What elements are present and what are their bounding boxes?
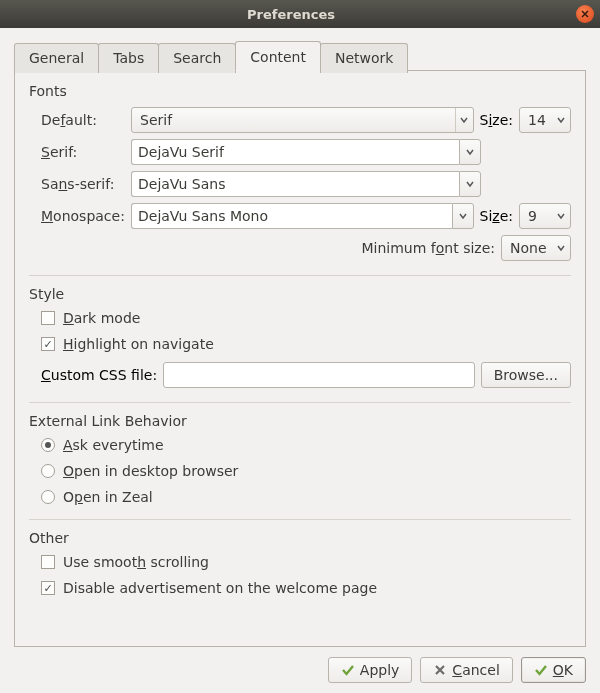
chevron-down-icon[interactable]: [452, 203, 474, 229]
external-zeal-radio[interactable]: Open in Zeal: [41, 489, 571, 505]
fonts-heading: Fonts: [29, 83, 571, 99]
disable-ads-label: Disable advertisement on the welcome pag…: [63, 580, 377, 596]
chevron-down-icon[interactable]: [459, 139, 481, 165]
checkbox-icon: [41, 311, 55, 325]
serif-label: Serif:: [41, 144, 125, 160]
default-size-combo[interactable]: 14: [519, 107, 571, 133]
highlight-label: Highlight on navigate: [63, 336, 214, 352]
apply-button[interactable]: Apply: [328, 657, 413, 683]
separator: [29, 275, 571, 276]
mono-size-label: Size:: [480, 208, 513, 224]
serif-font-input[interactable]: [131, 139, 459, 165]
separator: [29, 519, 571, 520]
sans-font-input[interactable]: [131, 171, 459, 197]
default-font-combo[interactable]: Serif: [131, 107, 474, 133]
close-icon[interactable]: [576, 5, 594, 23]
external-desktop-label: Open in desktop browser: [63, 463, 238, 479]
radio-icon: [41, 464, 55, 478]
external-ask-label: Ask everytime: [63, 437, 164, 453]
disable-ads-checkbox[interactable]: Disable advertisement on the welcome pag…: [41, 580, 571, 596]
chevron-down-icon: [455, 108, 473, 132]
tab-tabs[interactable]: Tabs: [98, 43, 159, 73]
radio-icon: [41, 438, 55, 452]
cancel-icon: [433, 663, 447, 677]
radio-icon: [41, 490, 55, 504]
window-title: Preferences: [6, 7, 576, 22]
tab-bar: General Tabs Search Content Network: [14, 41, 586, 71]
tab-panel: Fonts Default: Serif Size: 14 Serif:: [14, 70, 586, 647]
custom-css-label: Custom CSS file:: [41, 367, 157, 383]
mono-label: Monospace:: [41, 208, 125, 224]
checkbox-icon: [41, 555, 55, 569]
serif-font-combo[interactable]: [131, 139, 481, 165]
mono-font-combo[interactable]: [131, 203, 474, 229]
browse-button[interactable]: Browse...: [481, 362, 571, 388]
default-font-label: Default:: [41, 112, 125, 128]
dialog-body: General Tabs Search Content Network Font…: [0, 28, 600, 693]
dark-mode-checkbox[interactable]: Dark mode: [41, 310, 571, 326]
checkbox-icon: [41, 337, 55, 351]
other-heading: Other: [29, 530, 571, 546]
smooth-scroll-label: Use smooth scrolling: [63, 554, 209, 570]
style-heading: Style: [29, 286, 571, 302]
min-font-size-label: Minimum font size:: [361, 240, 495, 256]
external-ask-radio[interactable]: Ask everytime: [41, 437, 571, 453]
tab-general[interactable]: General: [14, 43, 99, 73]
ok-button[interactable]: OK: [521, 657, 586, 683]
mono-size-combo[interactable]: 9: [519, 203, 571, 229]
tab-network[interactable]: Network: [320, 43, 408, 73]
dialog-button-bar: Apply Cancel OK: [14, 647, 586, 683]
check-icon: [341, 663, 355, 677]
smooth-scroll-checkbox[interactable]: Use smooth scrolling: [41, 554, 571, 570]
default-size-label: Size:: [480, 112, 513, 128]
check-icon: [534, 663, 548, 677]
sans-label: Sans-serif:: [41, 176, 125, 192]
cancel-button[interactable]: Cancel: [420, 657, 512, 683]
external-desktop-radio[interactable]: Open in desktop browser: [41, 463, 571, 479]
dark-mode-label: Dark mode: [63, 310, 140, 326]
external-zeal-label: Open in Zeal: [63, 489, 153, 505]
mono-font-input[interactable]: [131, 203, 452, 229]
chevron-down-icon: [552, 204, 570, 228]
checkbox-icon: [41, 581, 55, 595]
sans-font-combo[interactable]: [131, 171, 481, 197]
custom-css-input[interactable]: [163, 362, 475, 388]
separator: [29, 402, 571, 403]
tab-search[interactable]: Search: [158, 43, 236, 73]
tab-content[interactable]: Content: [235, 41, 321, 71]
titlebar: Preferences: [0, 0, 600, 28]
chevron-down-icon: [552, 108, 570, 132]
min-font-size-combo[interactable]: None: [501, 235, 571, 261]
highlight-checkbox[interactable]: Highlight on navigate: [41, 336, 571, 352]
external-heading: External Link Behavior: [29, 413, 571, 429]
chevron-down-icon: [552, 236, 570, 260]
chevron-down-icon[interactable]: [459, 171, 481, 197]
